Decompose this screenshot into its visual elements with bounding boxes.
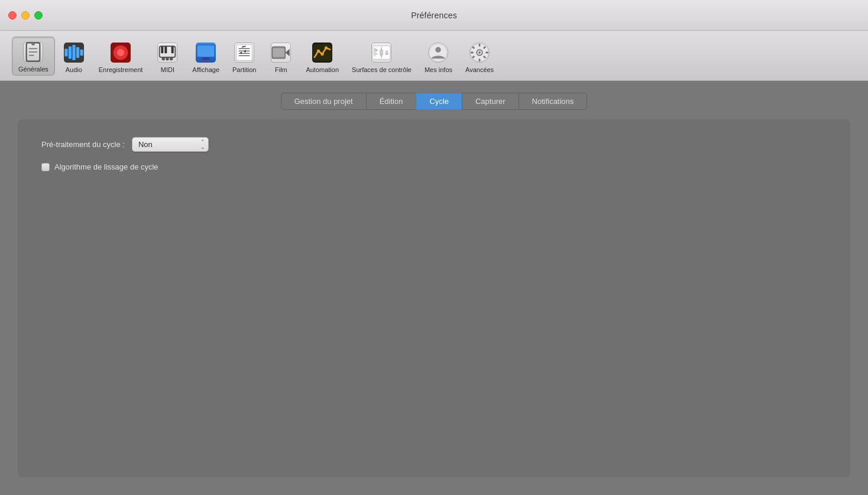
toolbar-label-generales: Générales <box>18 66 48 73</box>
svg-rect-14 <box>165 46 167 53</box>
toolbar-item-generales[interactable]: Générales <box>12 37 55 76</box>
svg-rect-20 <box>197 45 215 57</box>
svg-point-33 <box>317 50 320 53</box>
svg-rect-15 <box>171 46 174 53</box>
main-content: Gestion du projet Édition Cycle Capturer… <box>0 81 868 495</box>
toolbar-item-film[interactable]: Film <box>263 38 299 76</box>
svg-rect-21 <box>202 58 209 60</box>
tab-gestion[interactable]: Gestion du projet <box>281 93 366 110</box>
surfaces-icon <box>370 41 393 64</box>
title-bar: Préférences <box>0 0 868 31</box>
toolbar-label-avancees: Avancées <box>465 66 494 73</box>
algorithme-checkbox[interactable] <box>41 163 50 171</box>
svg-rect-40 <box>386 53 388 54</box>
film-icon <box>270 41 292 64</box>
close-button[interactable] <box>8 11 17 19</box>
tab-capturer[interactable]: Capturer <box>462 93 519 110</box>
svg-point-34 <box>321 53 324 56</box>
toolbar-label-film: Film <box>275 66 287 73</box>
toolbar-item-midi[interactable]: MIDI <box>150 38 185 76</box>
toolbar-label-surfaces: Surfaces de contrôle <box>352 66 412 73</box>
generales-icon <box>22 41 44 63</box>
svg-rect-7 <box>72 45 75 60</box>
toolbar-item-avancees[interactable]: Avancées <box>459 38 500 76</box>
toolbar-item-partition[interactable]: Partition <box>226 38 262 76</box>
svg-rect-49 <box>479 44 481 47</box>
toolbar-item-automation[interactable]: Automation <box>300 38 345 76</box>
toolbar-item-enregistrement[interactable]: Enregistrement <box>93 38 149 76</box>
svg-rect-30 <box>273 48 285 57</box>
tab-notifications[interactable]: Notifications <box>519 93 588 110</box>
avancees-icon <box>468 41 491 64</box>
svg-rect-22 <box>200 60 211 61</box>
minimize-button[interactable] <box>21 11 30 19</box>
svg-rect-50 <box>479 58 481 61</box>
algorithme-label: Algorithme de lissage de cycle <box>54 162 158 171</box>
svg-point-48 <box>478 51 481 54</box>
toolbar: Générales Audio <box>0 31 868 81</box>
svg-point-18 <box>170 57 173 60</box>
mesinfos-icon <box>427 41 449 64</box>
audio-icon <box>63 41 85 64</box>
enregistrement-icon <box>109 41 132 64</box>
toolbar-label-midi: MIDI <box>161 66 174 73</box>
toolbar-item-mesinfos[interactable]: Mes infos <box>419 38 458 76</box>
tab-cycle[interactable]: Cycle <box>416 93 462 110</box>
window-title: Préférences <box>411 11 457 20</box>
svg-rect-5 <box>64 48 67 56</box>
tab-edition[interactable]: Édition <box>366 93 416 110</box>
pretraitement-dropdown-wrapper: Non Oui <box>132 137 209 152</box>
toolbar-label-enregistrement: Enregistrement <box>99 66 143 73</box>
toolbar-label-mesinfos: Mes infos <box>425 66 452 73</box>
partition-icon <box>233 41 255 64</box>
svg-rect-8 <box>76 47 79 58</box>
toolbar-item-audio[interactable]: Audio <box>56 38 92 76</box>
svg-rect-52 <box>485 52 488 54</box>
maximize-button[interactable] <box>34 11 43 19</box>
toolbar-label-affichage: Affichage <box>192 66 219 73</box>
tab-bar: Gestion du projet Édition Cycle Capturer… <box>281 93 588 110</box>
automation-icon <box>311 41 333 64</box>
window-controls <box>8 11 43 19</box>
algorithme-row: Algorithme de lissage de cycle <box>41 162 827 171</box>
content-panel: Pré-traitement du cycle : Non Oui Algori… <box>18 119 850 477</box>
toolbar-label-audio: Audio <box>66 66 82 73</box>
pretraitement-row: Pré-traitement du cycle : Non Oui <box>41 137 827 152</box>
toolbar-label-automation: Automation <box>306 66 339 73</box>
svg-point-45 <box>436 47 441 53</box>
svg-point-16 <box>162 57 165 60</box>
toolbar-item-affichage[interactable]: Affichage <box>186 38 225 76</box>
midi-icon <box>156 41 179 64</box>
svg-rect-6 <box>69 47 72 59</box>
svg-rect-51 <box>471 52 474 54</box>
svg-point-11 <box>117 49 124 56</box>
svg-point-35 <box>325 47 328 50</box>
svg-rect-9 <box>80 50 83 56</box>
toolbar-label-partition: Partition <box>232 66 256 73</box>
affichage-icon <box>195 41 217 64</box>
svg-rect-13 <box>161 46 164 53</box>
svg-rect-43 <box>374 48 375 56</box>
pretraitement-label: Pré-traitement du cycle : <box>41 140 125 149</box>
toolbar-item-surfaces[interactable]: Surfaces de contrôle <box>346 38 417 76</box>
pretraitement-select[interactable]: Non Oui <box>132 137 209 152</box>
svg-marker-31 <box>286 49 290 56</box>
svg-rect-38 <box>380 50 383 55</box>
svg-rect-1 <box>32 43 35 45</box>
svg-point-17 <box>166 57 169 60</box>
